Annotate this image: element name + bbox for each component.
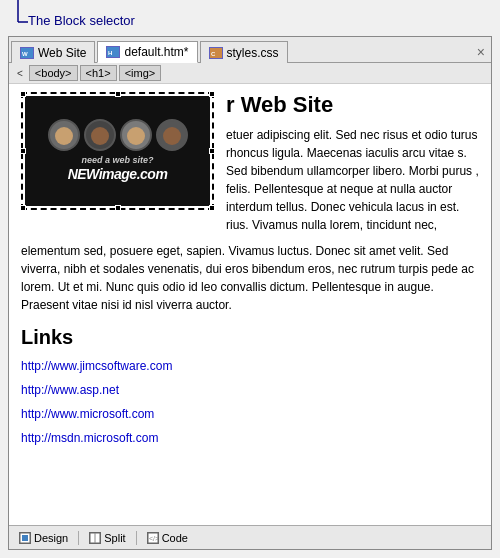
- html-file-icon: W: [21, 48, 33, 58]
- tab-default-htm-label: default.htm*: [124, 45, 188, 59]
- body-text-2: elementum sed, posuere eget, sapien. Viv…: [21, 242, 479, 314]
- image-block[interactable]: need a web site? NEWimage.com: [21, 92, 214, 210]
- html-file-icon2: H: [107, 47, 119, 57]
- face-3: [120, 119, 152, 151]
- svg-text:H: H: [108, 50, 112, 56]
- divider-1: [78, 531, 79, 545]
- selector-h1[interactable]: <h1>: [80, 65, 117, 81]
- tab-web-site[interactable]: W Web Site: [11, 41, 95, 63]
- tab-bar: W Web Site H default.htm*: [9, 37, 491, 63]
- design-view-button[interactable]: Design: [15, 531, 72, 545]
- handle-bl[interactable]: [20, 205, 26, 211]
- svg-text:W: W: [22, 51, 28, 57]
- link-item-2[interactable]: http://www.asp.net: [21, 383, 479, 397]
- links-heading: Links: [21, 326, 479, 349]
- code-icon-svg: </>: [148, 533, 158, 543]
- code-icon: </>: [147, 532, 159, 544]
- handle-mr[interactable]: [209, 148, 215, 154]
- content-area[interactable]: need a web site? NEWimage.com r Web: [9, 84, 491, 525]
- tab-styles-css-label: styles.css: [227, 46, 279, 60]
- brand-tagline: need a web site? NEWimage.com: [68, 155, 168, 183]
- link-item-4[interactable]: http://msdn.microsoft.com: [21, 431, 479, 445]
- divider-2: [136, 531, 137, 545]
- nav-back-arrow[interactable]: <: [13, 66, 27, 81]
- app-window: The Block selector W Web Site H: [0, 0, 500, 558]
- close-button[interactable]: ×: [471, 42, 491, 62]
- split-view-button[interactable]: Split: [85, 531, 129, 545]
- design-label: Design: [34, 532, 68, 544]
- code-label: Code: [162, 532, 188, 544]
- faces-row: [48, 119, 188, 151]
- face-1: [48, 119, 80, 151]
- svg-text:</>: </>: [149, 535, 158, 542]
- links-section: Links http://www.jimcsoftware.com http:/…: [21, 326, 479, 445]
- styles-css-icon: C: [209, 47, 223, 59]
- tab-web-site-label: Web Site: [38, 46, 86, 60]
- handle-br[interactable]: [209, 205, 215, 211]
- split-icon: [89, 532, 101, 544]
- split-icon-svg: [90, 533, 100, 543]
- handle-ml[interactable]: [20, 148, 26, 154]
- code-view-button[interactable]: </> Code: [143, 531, 192, 545]
- tab-default-htm[interactable]: H default.htm*: [97, 41, 197, 63]
- block-selector-title: The Block selector: [28, 13, 135, 28]
- link-item-3[interactable]: http://www.microsoft.com: [21, 407, 479, 421]
- default-htm-icon: H: [106, 46, 120, 58]
- design-icon: [19, 532, 31, 544]
- face-4: [156, 119, 188, 151]
- svg-text:C: C: [211, 51, 216, 57]
- handle-bm[interactable]: [115, 205, 121, 211]
- handle-tm[interactable]: [115, 91, 121, 97]
- content-inner: need a web site? NEWimage.com r Web: [21, 92, 479, 242]
- connector-line-icon: [8, 0, 28, 36]
- handle-tl[interactable]: [20, 91, 26, 97]
- block-selector-label-area: The Block selector: [0, 0, 500, 36]
- css-file-icon: C: [210, 48, 222, 58]
- svg-rect-9: [22, 535, 28, 541]
- brand-name: NEWimage.com: [68, 166, 168, 182]
- web-site-icon: W: [20, 47, 34, 59]
- handle-tr[interactable]: [209, 91, 215, 97]
- link-item-1[interactable]: http://www.jimcsoftware.com: [21, 359, 479, 373]
- editor-window: W Web Site H default.htm*: [8, 36, 492, 550]
- image-inner: need a web site? NEWimage.com: [25, 96, 210, 206]
- brand-need-text: need a web site?: [68, 155, 168, 166]
- selector-img[interactable]: <img>: [119, 65, 162, 81]
- split-label: Split: [104, 532, 125, 544]
- bottom-bar: Design Split </>: [9, 525, 491, 549]
- selector-body[interactable]: <body>: [29, 65, 78, 81]
- tab-styles-css[interactable]: C styles.css: [200, 41, 288, 63]
- face-2: [84, 119, 116, 151]
- design-checkbox-icon: [20, 533, 30, 543]
- selector-bar: < <body> <h1> <img>: [9, 63, 491, 84]
